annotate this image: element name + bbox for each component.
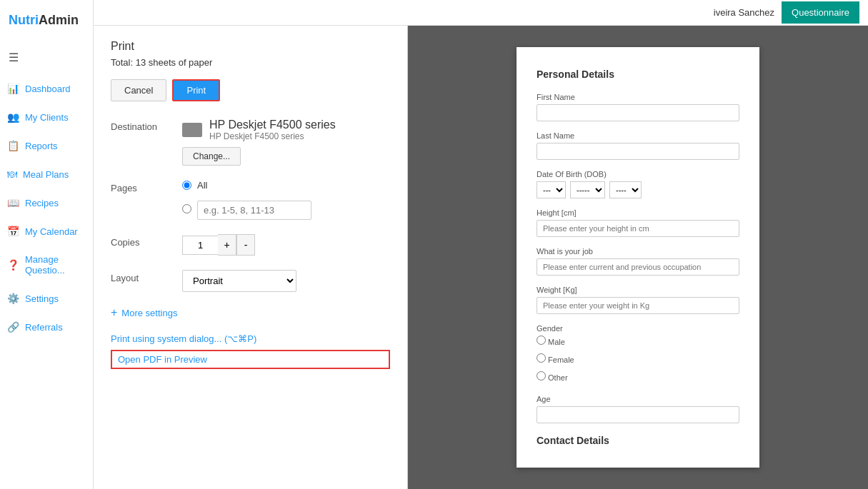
first-name-field: First Name: [537, 93, 739, 121]
pages-all-label: All: [197, 180, 207, 191]
pages-all-radio[interactable]: [182, 181, 191, 190]
reports-icon: 📋: [7, 140, 19, 151]
pages-label: Pages: [111, 180, 182, 193]
copies-decrement-button[interactable]: -: [236, 234, 255, 256]
copies-label: Copies: [111, 234, 182, 248]
preview-area: Personal Details First Name Last Name Da…: [408, 26, 868, 489]
hamburger-icon[interactable]: ☰: [0, 41, 93, 74]
topbar-username: iveira Sanchez: [714, 7, 774, 18]
job-field: What is your job: [537, 247, 739, 276]
gender-male-option[interactable]: Male: [537, 336, 739, 346]
last-name-input[interactable]: [537, 143, 739, 160]
copies-increment-button[interactable]: +: [218, 234, 236, 256]
clients-icon: 👥: [7, 111, 19, 123]
sidebar-item-label: Recipes: [25, 198, 59, 208]
gender-other-radio[interactable]: [537, 371, 546, 380]
print-links: Print using system dialog... (⌥⌘P) Open …: [111, 333, 390, 369]
gender-male-radio[interactable]: [537, 336, 546, 345]
sidebar-item-referrals[interactable]: 🔗 Referrals: [0, 313, 93, 341]
pages-range-input[interactable]: [197, 201, 311, 220]
weight-label: Weight [Kg]: [537, 286, 739, 294]
sidebar-item-dashboard[interactable]: 📊 Dashboard: [0, 74, 93, 103]
calendar-icon: 📅: [7, 226, 19, 237]
height-label: Height [cm]: [537, 208, 739, 217]
layout-label: Layout: [111, 270, 182, 283]
print-system-dialog-link[interactable]: Print using system dialog... (⌥⌘P): [111, 333, 390, 344]
print-dialog: Print Total: 13 sheets of paper Cancel P…: [94, 26, 408, 489]
copies-value: + -: [182, 234, 390, 256]
weight-input[interactable]: [537, 297, 739, 314]
print-title: Print: [111, 40, 390, 53]
layout-select[interactable]: Portrait: [182, 270, 296, 292]
sidebar: NutriAdmin ☰ 📊 Dashboard 👥 My Clients 📋 …: [0, 0, 94, 489]
gender-label: Gender: [537, 324, 739, 333]
more-settings-label: More settings: [121, 308, 177, 318]
age-field: Age: [537, 395, 739, 423]
sidebar-item-label: My Calendar: [25, 226, 78, 237]
referrals-icon: 🔗: [7, 321, 19, 333]
change-button[interactable]: Change...: [182, 147, 241, 166]
layout-value: Portrait: [182, 270, 390, 292]
pages-custom-option[interactable]: [182, 198, 390, 220]
destination-value: HP Deskjet F4500 series HP Deskjet F4500…: [182, 119, 390, 166]
pages-all-option[interactable]: All: [182, 180, 390, 191]
questionnaire-icon: ❓: [7, 259, 19, 271]
first-name-input[interactable]: [537, 104, 739, 121]
copies-row: Copies + -: [111, 234, 390, 256]
sidebar-item-label: Reports: [25, 141, 58, 151]
dob-day-select[interactable]: ---: [537, 181, 566, 198]
more-settings[interactable]: + More settings: [111, 306, 390, 319]
sidebar-item-recipes[interactable]: 📖 Recipes: [0, 188, 93, 217]
height-field: Height [cm]: [537, 208, 739, 237]
sidebar-item-label: Manage Questio...: [25, 254, 86, 276]
printer-icon: [182, 123, 202, 137]
cancel-button[interactable]: Cancel: [111, 79, 166, 101]
gender-other-option[interactable]: Other: [537, 371, 739, 382]
last-name-label: Last Name: [537, 131, 739, 140]
settings-icon: ⚙️: [7, 293, 19, 304]
meal-plans-icon: 🍽: [7, 168, 17, 180]
height-input[interactable]: [537, 220, 739, 237]
copies-control: + -: [182, 234, 390, 256]
contact-details-title: Contact Details: [537, 435, 739, 446]
preview-page: Personal Details First Name Last Name Da…: [517, 47, 759, 468]
pages-custom-radio[interactable]: [182, 204, 191, 213]
main-area: iveira Sanchez Questionnaire Print Total…: [94, 0, 868, 489]
sidebar-item-meal-plans[interactable]: 🍽 Meal Plans: [0, 160, 93, 188]
gender-other-label: Other: [548, 373, 568, 382]
job-input[interactable]: [537, 258, 739, 276]
sidebar-item-label: Referrals: [25, 322, 63, 333]
destination-label: Destination: [111, 119, 182, 132]
print-actions: Cancel Print: [111, 79, 390, 101]
sidebar-item-reports[interactable]: 📋 Reports: [0, 131, 93, 160]
sidebar-item-calendar[interactable]: 📅 My Calendar: [0, 217, 93, 246]
pages-radio-group: All: [182, 180, 390, 220]
open-pdf-preview-link[interactable]: Open PDF in Preview: [111, 350, 390, 369]
personal-details-title: Personal Details: [537, 69, 739, 80]
questionnaire-button[interactable]: Questionnaire: [782, 1, 859, 24]
dob-year-select[interactable]: ----: [609, 181, 642, 198]
dob-month-select[interactable]: -----: [570, 181, 605, 198]
sidebar-item-label: Meal Plans: [23, 169, 69, 180]
logo-highlight: Nutri: [9, 13, 39, 27]
age-label: Age: [537, 395, 739, 403]
sidebar-item-my-clients[interactable]: 👥 My Clients: [0, 103, 93, 131]
printer-name: HP Deskjet F4500 series: [209, 119, 336, 131]
gender-female-option[interactable]: Female: [537, 353, 739, 364]
age-input[interactable]: [537, 406, 739, 423]
layout-row: Layout Portrait: [111, 270, 390, 292]
dashboard-icon: 📊: [7, 83, 19, 94]
destination-box: HP Deskjet F4500 series HP Deskjet F4500…: [182, 119, 390, 141]
sidebar-item-label: Dashboard: [25, 84, 71, 94]
sidebar-item-settings[interactable]: ⚙️ Settings: [0, 284, 93, 313]
sidebar-item-manage-questio[interactable]: ❓ Manage Questio...: [0, 246, 93, 284]
gender-options: Male Female Other: [537, 336, 739, 385]
print-button[interactable]: Print: [172, 79, 220, 101]
gender-female-label: Female: [548, 356, 574, 364]
dob-field: Date Of Birth (DOB) --- ----- ----: [537, 170, 739, 198]
first-name-label: First Name: [537, 93, 739, 101]
gender-field: Gender Male Female Other: [537, 324, 739, 385]
copies-input[interactable]: [182, 236, 218, 255]
dob-selects: --- ----- ----: [537, 181, 739, 198]
gender-female-radio[interactable]: [537, 353, 546, 363]
